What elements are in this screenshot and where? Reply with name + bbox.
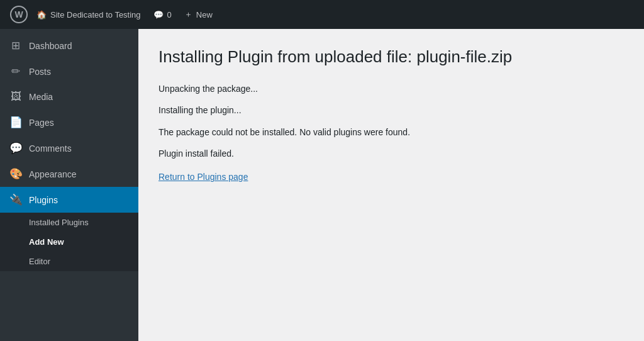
return-to-plugins-link[interactable]: Return to Plugins page	[158, 172, 248, 182]
sidebar-item-plugins[interactable]: 🔌 Plugins	[0, 187, 138, 213]
admin-bar-site[interactable]: 🏠 Site Dedicated to Testing	[30, 0, 147, 29]
sidebar-item-comments[interactable]: 💬 Comments	[0, 135, 138, 161]
wp-logo-circle: W	[10, 6, 28, 23]
sidebar-sub-installed-plugins[interactable]: Installed Plugins	[0, 213, 138, 232]
new-label: New	[196, 10, 213, 20]
message-installing: Installing the plugin...	[158, 103, 624, 117]
sidebar-item-appearance[interactable]: 🎨 Appearance	[0, 161, 138, 187]
sidebar-sub-add-new[interactable]: Add New	[0, 232, 138, 252]
sidebar-sub-editor[interactable]: Editor	[0, 252, 138, 271]
comments-count: 0	[167, 10, 172, 20]
plus-icon: ＋	[184, 9, 192, 20]
plugins-submenu: Installed Plugins Add New Editor	[0, 213, 138, 271]
sidebar-item-media[interactable]: 🖼 Media	[0, 84, 138, 109]
layout: ⊞ Dashboard ✏ Posts 🖼 Media 📄 Pages 💬 Co…	[0, 29, 644, 341]
plugins-icon: 🔌	[9, 193, 23, 206]
sidebar-label-posts: Posts	[29, 67, 51, 77]
sidebar-item-posts[interactable]: ✏ Posts	[0, 59, 138, 84]
sidebar-label-dashboard: Dashboard	[29, 41, 72, 51]
site-name: Site Dedicated to Testing	[50, 10, 141, 20]
sidebar-label-pages: Pages	[29, 118, 54, 128]
dashboard-icon: ⊞	[9, 39, 23, 52]
admin-bar: W 🏠 Site Dedicated to Testing 💬 0 ＋ New	[0, 0, 644, 29]
media-icon: 🖼	[9, 91, 23, 103]
comments-icon: 💬	[9, 142, 23, 155]
page-title: Installing Plugin from uploaded file: pl…	[158, 47, 624, 68]
sidebar-label-media: Media	[29, 92, 53, 102]
posts-icon: ✏	[9, 65, 23, 78]
admin-bar-new[interactable]: ＋ New	[178, 0, 219, 29]
main-content: Installing Plugin from uploaded file: pl…	[138, 29, 644, 341]
message-unpack: Unpacking the package...	[158, 82, 624, 96]
message-failed: Plugin install failed.	[158, 147, 624, 160]
sidebar: ⊞ Dashboard ✏ Posts 🖼 Media 📄 Pages 💬 Co…	[0, 29, 138, 341]
admin-bar-comments[interactable]: 💬 0	[147, 0, 178, 29]
sidebar-item-dashboard[interactable]: ⊞ Dashboard	[0, 33, 138, 59]
sidebar-label-appearance: Appearance	[29, 169, 77, 179]
wp-logo[interactable]: W	[8, 0, 30, 29]
sidebar-item-pages[interactable]: 📄 Pages	[0, 109, 138, 135]
sidebar-label-plugins: Plugins	[29, 195, 58, 205]
message-error: The package could not be installed. No v…	[158, 125, 624, 139]
sidebar-label-comments: Comments	[29, 143, 72, 154]
home-icon: 🏠	[36, 10, 47, 20]
appearance-icon: 🎨	[9, 167, 23, 181]
pages-icon: 📄	[9, 116, 23, 129]
comment-icon: 💬	[153, 10, 164, 20]
